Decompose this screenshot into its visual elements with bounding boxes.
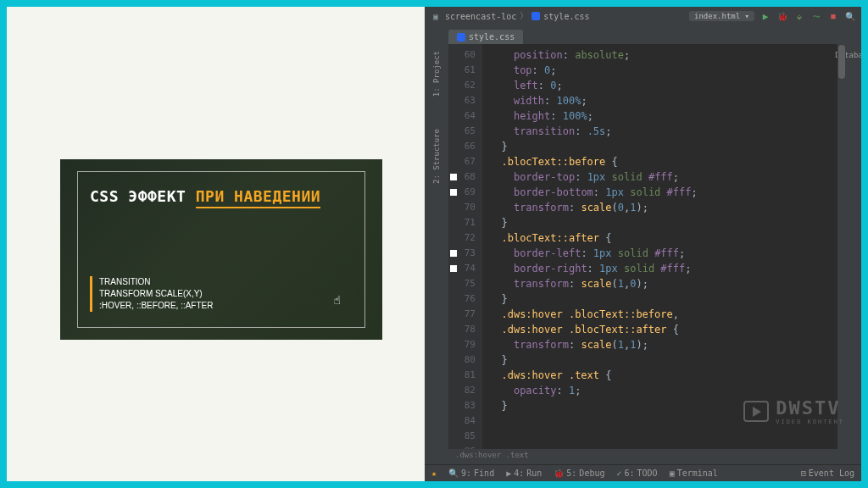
ide-toolbar: ▣ screencast-loc 〉 style.css index.html … xyxy=(425,7,861,25)
breadcrumb-folder[interactable]: screencast-loc xyxy=(445,12,516,21)
breadcrumb-file[interactable]: style.css xyxy=(543,12,589,21)
code-line[interactable]: } xyxy=(489,352,846,368)
code-line[interactable]: left: 0; xyxy=(489,78,846,93)
code-line[interactable]: .dws:hover .blocText::after { xyxy=(489,322,846,337)
todo-tool[interactable]: ✓ 6: TODO xyxy=(616,469,657,478)
line-number[interactable]: 75 xyxy=(448,276,482,291)
code-line[interactable]: height: 100%; xyxy=(489,108,846,124)
code-area[interactable]: position: absolute; top: 0; left: 0; wid… xyxy=(482,44,846,449)
status-bar: ★ 🔍 9: Find ▶ 4: Run 🐞 5: Debug ✓ 6: TOD… xyxy=(425,464,861,481)
preview-title-prefix: CSS ЭФФЕКТ xyxy=(90,187,196,205)
find-tool[interactable]: 🔍 9: Find xyxy=(448,469,494,478)
line-number[interactable]: 82 xyxy=(448,383,482,398)
code-line[interactable]: } xyxy=(489,215,846,230)
line-number[interactable]: 69 xyxy=(448,185,482,200)
structure-tool-tab[interactable]: 2: Structure xyxy=(432,125,441,187)
folder-icon: ▣ xyxy=(430,10,442,22)
code-line[interactable]: border-left: 1px solid #fff; xyxy=(489,246,846,261)
line-number[interactable]: 71 xyxy=(448,215,482,230)
breadcrumb[interactable]: ▣ screencast-loc 〉 style.css xyxy=(430,10,589,22)
line-number[interactable]: 74 xyxy=(448,261,482,276)
code-line[interactable]: transform: scale(1,1); xyxy=(489,337,846,352)
code-line[interactable]: transform: scale(1,0); xyxy=(489,276,846,291)
run-config-dropdown[interactable]: index.html ▾ xyxy=(689,11,754,21)
code-line[interactable] xyxy=(489,413,846,429)
code-line[interactable] xyxy=(489,429,846,444)
preview-panel: CSS ЭФФЕКТ ПРИ НАВЕДЕНИИ TRANSITION TRAN… xyxy=(7,7,425,481)
line-number[interactable]: 79 xyxy=(448,337,482,352)
event-log[interactable]: ⊟ Event Log xyxy=(801,469,854,478)
search-button[interactable]: 🔍 xyxy=(844,10,856,22)
run-tool[interactable]: ▶ 4: Run xyxy=(506,469,542,478)
code-line[interactable]: transform: scale(0,1); xyxy=(489,200,846,215)
code-line[interactable]: border-right: 1px solid #fff; xyxy=(489,261,846,276)
css-effect-preview: CSS ЭФФЕКТ ПРИ НАВЕДЕНИИ TRANSITION TRAN… xyxy=(60,159,382,340)
debug-tool[interactable]: 🐞 5: Debug xyxy=(554,469,604,478)
code-line[interactable]: } xyxy=(489,291,846,307)
breakpoint-marker[interactable] xyxy=(450,250,457,257)
debug-button[interactable]: 🐞 xyxy=(776,10,788,22)
code-line[interactable]: .dws:hover .text { xyxy=(489,368,846,383)
line-number[interactable]: 70 xyxy=(448,200,482,215)
line-number[interactable]: 77 xyxy=(448,307,482,322)
code-line[interactable]: .blocText::before { xyxy=(489,154,846,169)
code-line[interactable]: top: 0; xyxy=(489,63,846,78)
line-number[interactable]: 62 xyxy=(448,78,482,93)
code-line[interactable]: border-top: 1px solid #fff; xyxy=(489,169,846,185)
run-button[interactable]: ▶ xyxy=(760,10,771,22)
cursor-icon: ☝ xyxy=(334,293,341,307)
code-line[interactable]: width: 100%; xyxy=(489,93,846,108)
code-line[interactable]: position: absolute; xyxy=(489,47,846,63)
line-number[interactable]: 60 xyxy=(448,47,482,63)
line-number[interactable]: 86 xyxy=(448,444,482,449)
line-number[interactable]: 85 xyxy=(448,429,482,444)
code-line[interactable]: } xyxy=(489,398,846,413)
breadcrumb-path: .dws:hover .text xyxy=(425,449,861,464)
breakpoint-marker[interactable] xyxy=(450,174,457,180)
scroll-thumb[interactable] xyxy=(838,45,845,79)
line-number[interactable]: 84 xyxy=(448,413,482,429)
breakpoint-marker[interactable] xyxy=(450,189,457,196)
code-line[interactable]: opacity: 1; xyxy=(489,383,846,398)
code-line[interactable] xyxy=(489,444,846,449)
preview-footer: TRANSITION TRANSFORM SCALE(X,Y) :HOVER, … xyxy=(90,276,213,312)
line-number[interactable]: 78 xyxy=(448,322,482,337)
line-number-gutter[interactable]: 6061626364656667686970717273747576777879… xyxy=(448,44,482,449)
line-number[interactable]: 64 xyxy=(448,108,482,124)
stop-button[interactable]: ■ xyxy=(827,10,839,22)
code-line[interactable]: .dws:hover .blocText::before, xyxy=(489,307,846,322)
line-number[interactable]: 80 xyxy=(448,352,482,368)
tab-stylecss[interactable]: style.css xyxy=(448,30,523,44)
code-line[interactable]: border-bottom: 1px solid #fff; xyxy=(489,185,846,200)
css-file-icon xyxy=(457,33,465,42)
project-tool-tab[interactable]: 1: Project xyxy=(432,47,441,100)
line-number[interactable]: 65 xyxy=(448,124,482,139)
ide-panel: ▣ screencast-loc 〉 style.css index.html … xyxy=(425,7,861,481)
right-tool-gutter: Database xyxy=(846,44,861,449)
breakpoint-marker[interactable] xyxy=(450,265,457,272)
line-number[interactable]: 76 xyxy=(448,291,482,307)
code-line[interactable]: .blocText::after { xyxy=(489,230,846,246)
line-number[interactable]: 63 xyxy=(448,93,482,108)
code-line[interactable]: } xyxy=(489,139,846,154)
terminal-tool[interactable]: ▣ Terminal xyxy=(670,469,718,478)
attach-button[interactable]: ⤳ xyxy=(810,10,822,22)
preview-title-highlight: ПРИ НАВЕДЕНИИ xyxy=(196,187,320,208)
tab-label: style.css xyxy=(469,32,515,42)
code-line[interactable]: transition: .5s; xyxy=(489,124,846,139)
scrollbar[interactable] xyxy=(837,44,846,449)
line-number[interactable]: 61 xyxy=(448,63,482,78)
chevron-right-icon: 〉 xyxy=(520,10,528,22)
line-number[interactable]: 81 xyxy=(448,368,482,383)
line-number[interactable]: 72 xyxy=(448,230,482,246)
line-number[interactable]: 66 xyxy=(448,139,482,154)
favorites-icon[interactable]: ★ xyxy=(431,469,437,478)
code-editor[interactable]: 1: Project 2: Structure 6061626364656667… xyxy=(425,44,861,449)
coverage-button[interactable]: ⬙ xyxy=(793,10,805,22)
preview-title: CSS ЭФФЕКТ ПРИ НАВЕДЕНИИ xyxy=(90,187,353,206)
line-number[interactable]: 73 xyxy=(448,246,482,261)
line-number[interactable]: 68 xyxy=(448,169,482,185)
preview-border-box: CSS ЭФФЕКТ ПРИ НАВЕДЕНИИ TRANSITION TRAN… xyxy=(77,171,365,328)
line-number[interactable]: 67 xyxy=(448,154,482,169)
line-number[interactable]: 83 xyxy=(448,398,482,413)
